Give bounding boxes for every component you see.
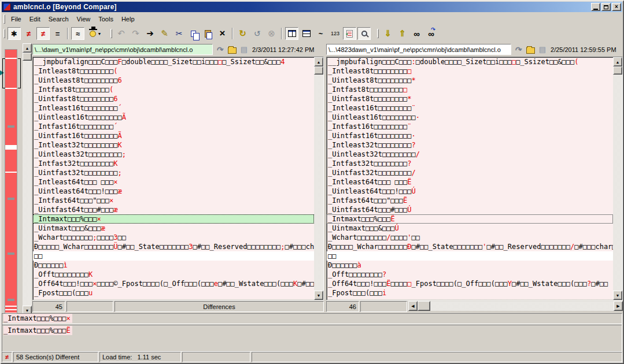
- file-line[interactable]: _Intleast64t□□□ □□□Ë: [327, 177, 613, 187]
- file-line[interactable]: □□: [33, 251, 314, 261]
- swap-sides-button[interactable]: ↺: [250, 27, 264, 40]
- scroll-up-button[interactable]: ▲: [613, 57, 622, 66]
- file-line[interactable]: _Uintfast32t□□□□□□□□/: [327, 168, 613, 177]
- left-current-line-detail[interactable]: _Intmaxt□□□%□□□×: [2, 314, 622, 323]
- file-line[interactable]: _Off64t□□□!□□□Ë□□□□□_Fpost□□□□(□_Off□□□(…: [327, 279, 613, 288]
- file-line[interactable]: _Intleast32t□□□□□□□□K: [33, 140, 314, 150]
- next-difference-button[interactable]: ⇓: [381, 27, 394, 40]
- right-jump-button[interactable]: ↷: [515, 45, 522, 54]
- detail-splitter[interactable]: [2, 324, 622, 325]
- file-line[interactable]: _Intfast16t□□□□□□□□´: [33, 122, 314, 131]
- file-line[interactable]: Ð□□□□□_Wchar□□□□□□□Ü□#□□_State□□□□□□□3□#…: [33, 242, 314, 251]
- scroll-thumb[interactable]: [613, 66, 622, 75]
- file-line[interactable]: _Uintmaxt□□□&□□□æ: [33, 224, 314, 233]
- toolbar-grip-3[interactable]: [377, 29, 379, 38]
- edit-button[interactable]: ✎: [158, 27, 171, 40]
- left-report-button[interactable]: ▤: [241, 45, 248, 54]
- map-scroll-track[interactable]: [23, 61, 32, 306]
- scroll-thumb[interactable]: [418, 301, 430, 311]
- title-bar[interactable]: amblcncl.o [Beyond Compare] ×: [2, 2, 622, 12]
- file-line[interactable]: _Uintleast32t□□□□□□□□/: [327, 150, 613, 159]
- file-line[interactable]: _Uintleast16t□□□□□□□□Ã: [33, 113, 314, 122]
- file-line[interactable]: _Uintleast32t□□□□□□□□;: [33, 150, 314, 159]
- delete-button[interactable]: ×: [216, 27, 229, 40]
- right-current-line-detail[interactable]: _Intmaxt□□□%□□□Ë: [2, 326, 622, 335]
- side-by-side-button[interactable]: [285, 27, 298, 40]
- file-line[interactable]: _Offt□□□□□□□□K: [33, 270, 314, 279]
- file-line[interactable]: _Intleast32t□□□□□□□□?: [327, 140, 613, 150]
- file-line[interactable]: _Intleast16t□□□□□□□□´: [33, 103, 314, 113]
- file-line[interactable]: _Intfast16t□□□□□□□□¨: [327, 122, 613, 131]
- file-line[interactable]: _Intfast64t□□□"□□□×: [33, 196, 314, 205]
- undo-button[interactable]: ↶: [115, 27, 128, 40]
- cut-button[interactable]: ✂: [172, 27, 186, 40]
- file-line[interactable]: _Intfast32t□□□□□□□□?: [327, 159, 613, 168]
- scroll-right-button[interactable]: ▶: [614, 301, 623, 311]
- file-line[interactable]: _Wchart□□□□□□□/□□□□'□□: [327, 233, 613, 242]
- file-line[interactable]: _Uintfast8t□□□□□□□□*: [327, 94, 613, 103]
- rules-button[interactable]: ▼: [86, 27, 105, 40]
- line-numbers-button[interactable]: 123: [328, 27, 342, 40]
- scroll-thumb[interactable]: [314, 66, 323, 75]
- refresh-button[interactable]: ↻: [236, 27, 249, 40]
- copy-to-other-side-button[interactable]: ➔: [143, 27, 157, 40]
- file-line[interactable]: _Fpost□□□(□□□u: [33, 288, 314, 298]
- close-button[interactable]: ×: [612, 3, 621, 11]
- stop-button[interactable]: ⊗: [265, 27, 278, 40]
- file-line[interactable]: _Intleast8t□□□□□□□□(: [33, 66, 314, 76]
- file-line[interactable]: Ð□□□□□□à: [327, 261, 613, 270]
- file-line[interactable]: _Uintfast8t□□□□□□□□6: [33, 94, 314, 103]
- file-line[interactable]: _Uintfast64t□□□#□□□æ: [33, 205, 314, 214]
- left-path-input[interactable]: \...\dawn_v1\main\pf_ne\ppc\cmn\obj\dcam…: [32, 44, 213, 55]
- right-report-button[interactable]: ▤: [539, 45, 546, 54]
- current-line[interactable]: _Intmaxt□□□%□□□Ë: [327, 214, 613, 224]
- file-line[interactable]: _Intfast8t□□□□□□□□□: [327, 85, 613, 94]
- file-line[interactable]: _Uintleast8t□□□□□□□□6: [33, 76, 314, 85]
- file-line[interactable]: __jmpbufalign□□□C□□□F□double□□□□_Sizet□□…: [33, 57, 314, 66]
- map-scroll-thumb[interactable]: [23, 53, 32, 61]
- show-same-button[interactable]: =: [51, 27, 64, 40]
- file-line[interactable]: _Intleast8t□□□□□□□□□: [327, 66, 613, 76]
- file-line[interactable]: _Off64t□□□!□□□×□□□□©_Fpost□□□□(□_Off□□□(…: [33, 279, 314, 288]
- scroll-down-button[interactable]: ▼: [314, 291, 323, 300]
- file-line[interactable]: _Uintleast64t□□□!□□□Ú: [327, 187, 613, 196]
- file-line[interactable]: _Intfast8t□□□□□□□□(: [33, 85, 314, 94]
- file-line[interactable]: _Intleast16t□□□□□□□□¨: [327, 103, 613, 113]
- left-jump-button[interactable]: ↷: [217, 45, 224, 54]
- file-line[interactable]: _Wchart□□□□□□□;□□□□3□□: [33, 233, 314, 242]
- file-line[interactable]: □□: [327, 251, 613, 261]
- scroll-down-button[interactable]: ▼: [613, 291, 622, 300]
- file-line[interactable]: Ð□□□□□_Wchar□□□□□□□Ð□#□□_State□□□□□□□'□#…: [327, 242, 613, 251]
- toolbar-grip-2[interactable]: [110, 29, 112, 38]
- menu-item-file[interactable]: File: [7, 14, 25, 24]
- toolbar-grip[interactable]: [3, 29, 5, 38]
- file-line[interactable]: _Uintleast16t□□□□□□□□·: [327, 113, 613, 122]
- scroll-track[interactable]: [314, 75, 323, 291]
- minimize-button[interactable]: [591, 3, 600, 11]
- file-line[interactable]: _Uintmaxt□□□&□□□Ú: [327, 224, 613, 233]
- file-line[interactable]: _Uintfast16t□□□□□□□□·: [327, 131, 613, 140]
- format-button[interactable]: [343, 27, 356, 40]
- right-file-content[interactable]: __jmpbufalign□□□C□□□:□double□□□□_Sizet□□…: [327, 57, 613, 300]
- scroll-track[interactable]: [613, 75, 622, 291]
- file-line[interactable]: __jmpbufalign□□□C□□□:□double□□□□_Sizet□□…: [327, 57, 613, 66]
- file-line[interactable]: _Uintfast64t□□□#□□□Ú: [327, 205, 613, 214]
- find-next-button[interactable]: ∞↷: [424, 27, 438, 40]
- menu-item-search[interactable]: Search: [45, 14, 73, 24]
- redo-button[interactable]: ↷: [129, 27, 142, 40]
- difference-map[interactable]: [5, 49, 17, 315]
- menu-item-help[interactable]: Help: [117, 14, 139, 24]
- show-all-button[interactable]: ✱: [8, 27, 21, 40]
- menu-grip[interactable]: [3, 14, 5, 24]
- scroll-track[interactable]: [430, 301, 614, 311]
- left-open-button[interactable]: [228, 46, 237, 54]
- current-line[interactable]: _Intmaxt□□□%□□□×: [33, 214, 314, 224]
- show-differences-button[interactable]: ≠: [22, 27, 35, 40]
- left-file-content[interactable]: __jmpbufalign□□□C□□□F□double□□□□_Sizet□□…: [33, 57, 314, 300]
- show-context-button[interactable]: ≠: [36, 27, 50, 40]
- file-line[interactable]: _Intleast64t□□□ □□□×: [33, 177, 314, 187]
- paste-button[interactable]: [201, 27, 215, 40]
- file-line[interactable]: _Intfast32t□□□□□□□□K: [33, 159, 314, 168]
- file-line[interactable]: _Uintfast16t□□□□□□□□Ã: [33, 131, 314, 140]
- find-button[interactable]: ∞: [410, 27, 423, 40]
